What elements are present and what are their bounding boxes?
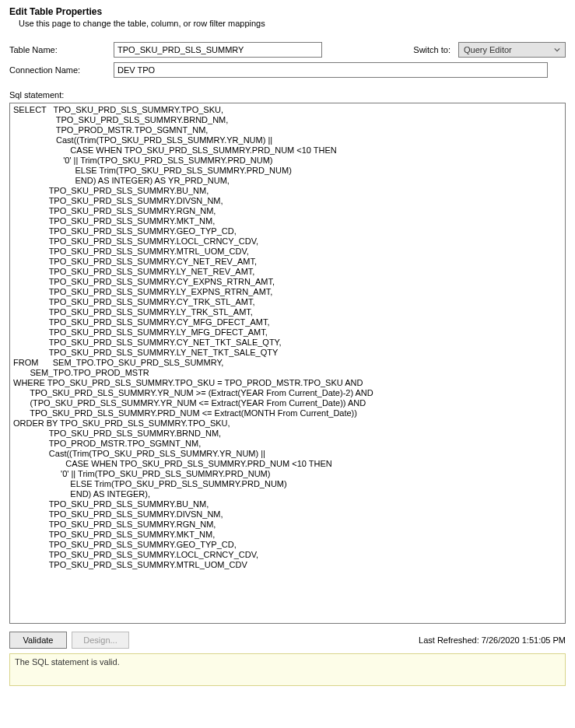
label-sql-statement: Sql statement: (9, 90, 575, 100)
last-refreshed-value: 7/26/2020 1:51:05 PM (482, 635, 566, 645)
chevron-down-icon (551, 45, 563, 54)
connection-name-input[interactable] (114, 62, 548, 78)
sql-statement-textarea[interactable]: SELECT TPO_SKU_PRD_SLS_SUMMRY.TPO_SKU, T… (9, 103, 566, 624)
button-bar: Validate Design... Last Refreshed: 7/26/… (9, 632, 566, 649)
switch-to-group: Switch to: Query Editor (413, 42, 566, 58)
row-connection-name: Connection Name: (9, 62, 566, 78)
validate-button[interactable]: Validate (9, 632, 67, 649)
label-table-name: Table Name: (9, 45, 114, 54)
dialog-title: Edit Table Properties (9, 6, 566, 17)
label-connection-name: Connection Name: (9, 65, 114, 75)
switch-to-dropdown[interactable]: Query Editor (458, 42, 566, 58)
last-refreshed-label: Last Refreshed: (419, 635, 479, 645)
table-name-input[interactable] (114, 42, 322, 58)
switch-to-selected: Query Editor (464, 45, 512, 54)
validation-message: The SQL statement is valid. (15, 657, 120, 667)
form-area: Table Name: Switch to: Query Editor Conn… (0, 31, 575, 87)
dialog-header: Edit Table Properties Use this page to c… (0, 0, 575, 31)
label-switch-to: Switch to: (413, 45, 451, 54)
sql-text: SELECT TPO_SKU_PRD_SLS_SUMMRY.TPO_SKU, T… (13, 105, 562, 570)
dialog-subtitle: Use this page to change the table, colum… (19, 19, 566, 28)
last-refreshed: Last Refreshed: 7/26/2020 1:51:05 PM (419, 635, 566, 645)
validation-status-box: The SQL statement is valid. (9, 653, 566, 686)
design-button: Design... (72, 632, 129, 649)
row-table-name: Table Name: Switch to: Query Editor (9, 42, 566, 58)
